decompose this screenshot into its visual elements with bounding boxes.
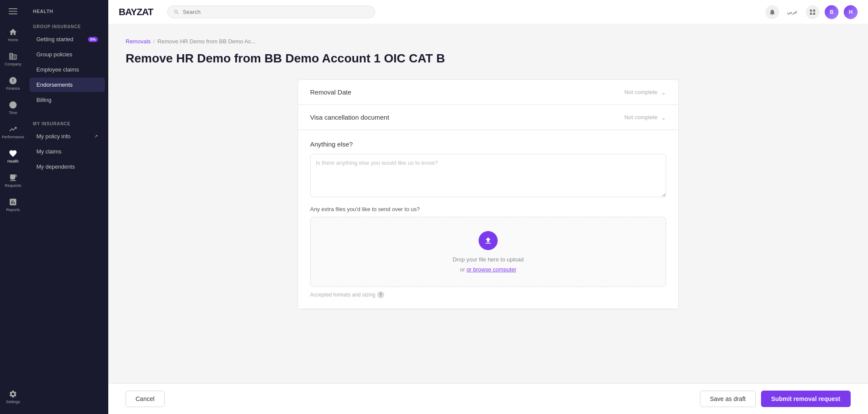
icon-navigation: Home Company Finance Time Performance He… xyxy=(0,0,26,414)
grid-icon-button[interactable] xyxy=(806,5,819,19)
info-icon[interactable]: ? xyxy=(377,291,384,298)
user-avatar[interactable]: H xyxy=(844,5,858,19)
sidebar-item-getting-started[interactable]: Getting started 0% xyxy=(29,32,105,46)
header-icons: عربي B H xyxy=(765,5,858,19)
sidebar-item-my-claims[interactable]: My claims xyxy=(29,144,105,159)
external-link-icon: ↗ xyxy=(94,134,98,139)
notes-textarea[interactable] xyxy=(310,154,666,197)
formats-info: Accepted formats and sizing ? xyxy=(310,291,666,298)
language-button[interactable]: عربي xyxy=(784,7,800,16)
nav-home[interactable]: Home xyxy=(3,24,23,45)
formats-label: Accepted formats and sizing xyxy=(310,292,376,298)
search-icon xyxy=(174,9,179,15)
visa-cancellation-status: Not complete xyxy=(624,114,657,121)
sidebar-item-my-dependents[interactable]: My dependents xyxy=(29,160,105,174)
nav-finance[interactable]: Finance xyxy=(3,73,23,94)
logo: BAYZAT xyxy=(119,7,153,18)
breadcrumb-separator: / xyxy=(153,38,155,45)
company-avatar[interactable]: B xyxy=(825,5,839,19)
save-draft-button[interactable]: Save as draft xyxy=(700,391,756,407)
removal-date-status: Not complete xyxy=(624,89,657,95)
nav-time[interactable]: Time xyxy=(3,97,23,118)
nav-reports[interactable]: Reports xyxy=(3,194,23,215)
cancel-button[interactable]: Cancel xyxy=(126,391,165,407)
sidebar: HEALTH GROUP INSURANCE Getting started 0… xyxy=(26,0,108,414)
sidebar-item-endorsements[interactable]: Endorsements xyxy=(29,78,105,92)
notification-button[interactable] xyxy=(765,5,779,19)
nav-company[interactable]: Company xyxy=(3,49,23,69)
anything-else-section: Anything else? Any extra files you'd lik… xyxy=(298,130,678,309)
nav-settings[interactable]: Settings xyxy=(3,386,23,407)
footer-right: Save as draft Submit removal request xyxy=(700,391,851,407)
main-content: BAYZAT عربي B H Removals / Remove HR Dem… xyxy=(108,0,868,414)
svg-rect-2 xyxy=(9,13,17,14)
nav-performance[interactable]: Performance xyxy=(3,121,23,142)
sidebar-item-billing[interactable]: Billing xyxy=(29,93,105,107)
health-section-label: HEALTH xyxy=(26,0,108,17)
submit-button[interactable]: Submit removal request xyxy=(761,391,851,407)
sidebar-item-my-policy-info[interactable]: My policy info ↗ xyxy=(29,129,105,143)
search-bar[interactable] xyxy=(167,6,375,18)
file-drop-zone[interactable]: Drop your file here to upload or or brow… xyxy=(310,217,666,287)
sidebar-item-employee-claims[interactable]: Employee claims xyxy=(29,62,105,77)
sidebar-item-group-policies[interactable]: Group policies xyxy=(29,47,105,62)
file-upload-label: Any extra files you'd like to send over … xyxy=(310,206,666,212)
upload-icon xyxy=(479,231,498,250)
nav-requests[interactable]: Requests xyxy=(3,170,23,191)
breadcrumb-current: Remove HR Demo from BB Demo Ac... xyxy=(157,38,256,45)
header: BAYZAT عربي B H xyxy=(108,0,868,24)
removal-date-right: Not complete ⌄ xyxy=(624,89,666,96)
browse-link[interactable]: or or browse computer xyxy=(460,266,516,273)
removal-date-label: Removal Date xyxy=(310,88,351,96)
svg-rect-1 xyxy=(9,11,17,12)
anything-else-title: Anything else? xyxy=(310,140,666,148)
svg-rect-0 xyxy=(9,8,17,9)
page-content: Removals / Remove HR Demo from BB Demo A… xyxy=(108,24,868,383)
nav-health[interactable]: Health xyxy=(3,146,23,166)
removal-date-chevron: ⌄ xyxy=(661,89,666,96)
group-insurance-label: GROUP INSURANCE xyxy=(26,17,108,32)
footer: Cancel Save as draft Submit removal requ… xyxy=(108,383,868,414)
visa-cancellation-chevron: ⌄ xyxy=(661,114,666,121)
drop-text: Drop your file here to upload xyxy=(453,256,524,263)
my-insurance-label: MY INSURANCE xyxy=(26,114,108,129)
breadcrumb: Removals / Remove HR Demo from BB Demo A… xyxy=(126,38,851,45)
getting-started-badge: 0% xyxy=(88,37,98,42)
visa-cancellation-section[interactable]: Visa cancellation document Not complete … xyxy=(298,105,678,130)
search-input[interactable] xyxy=(183,9,369,15)
hamburger-menu[interactable] xyxy=(9,7,17,17)
removal-date-section[interactable]: Removal Date Not complete ⌄ xyxy=(298,80,678,105)
page-title: Remove HR Demo from BB Demo Account 1 OI… xyxy=(126,52,851,65)
form-card: Removal Date Not complete ⌄ Visa cancell… xyxy=(298,79,679,310)
visa-cancellation-right: Not complete ⌄ xyxy=(624,114,666,121)
visa-cancellation-label: Visa cancellation document xyxy=(310,114,389,121)
breadcrumb-parent[interactable]: Removals xyxy=(126,38,151,45)
